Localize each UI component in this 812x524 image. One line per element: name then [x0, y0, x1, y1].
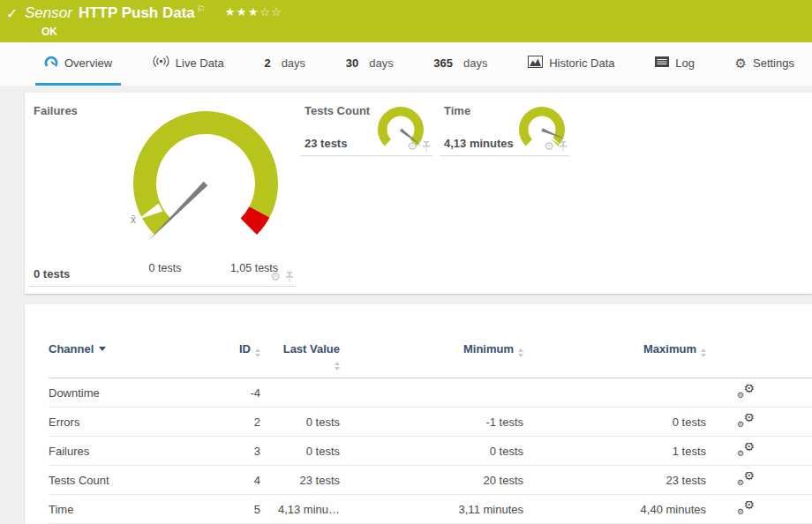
channel-settings-icon[interactable]: ⚙⚙ — [737, 443, 755, 457]
channel-id: 5 — [212, 503, 260, 516]
tab-settings[interactable]: ⚙ Settings — [726, 42, 803, 86]
flag-icon[interactable]: ⚐ — [197, 4, 206, 14]
tab-unit: days — [463, 56, 487, 70]
tab-overview[interactable]: Overview — [35, 42, 121, 86]
tab-label: Live Data — [176, 56, 224, 70]
channel-table: Channel ID Last Value Minimum Maximum Do… — [25, 304, 812, 524]
column-header-minimum[interactable]: Minimum — [340, 342, 523, 357]
gauge-card-time: Time 4,13 minutes ⚙ — [440, 100, 569, 156]
ok-check-icon: ✓ — [6, 5, 18, 22]
table-row: Failures 3 0 tests 0 tests 1 tests ⚙⚙ — [49, 437, 812, 466]
channel-maximum: 0 tests — [523, 415, 706, 429]
gauge-current-value: 4,13 minutes — [444, 137, 514, 150]
sensor-kind-label: Sensor — [25, 4, 72, 21]
channel-name: Failures — [49, 445, 212, 458]
column-label: Minimum — [463, 342, 514, 356]
gauge-current-value: 23 tests — [304, 137, 347, 150]
priority-stars[interactable]: ★★★☆☆ — [225, 5, 283, 19]
area-chart-icon — [528, 56, 543, 71]
channel-last-value: 0 tests — [260, 445, 340, 458]
stars-empty: ☆☆ — [259, 5, 282, 19]
stars-filled: ★★★ — [225, 5, 259, 19]
pin-icon[interactable] — [559, 141, 568, 152]
sort-icon — [701, 348, 706, 357]
failures-gauge: x̄ 0 tests 1,05 tests — [122, 104, 289, 279]
pin-icon[interactable] — [285, 272, 294, 282]
status-badge: OK — [41, 26, 57, 38]
channel-table-panel: Channel ID Last Value Minimum Maximum Do… — [25, 304, 812, 524]
tab-historic-data[interactable]: Historic Data — [519, 42, 623, 86]
tab-365-days[interactable]: 365days — [425, 42, 496, 86]
tab-label: Settings — [753, 56, 794, 70]
chevron-down-icon — [99, 347, 106, 351]
column-header-maximum[interactable]: Maximum — [523, 342, 706, 357]
gauge-card-failures: Failures x̄ 0 tests 1,05 tests 0 tests ⚙ — [29, 100, 296, 287]
channel-maximum: 1 tests — [523, 445, 706, 458]
channel-id: 4 — [212, 474, 260, 487]
tab-label: Log — [675, 56, 695, 70]
tab-30-days[interactable]: 30days — [337, 42, 402, 86]
channel-last-value: 23 tests — [260, 474, 340, 487]
tab-2-days[interactable]: 2days — [255, 42, 314, 86]
column-header-channel[interactable]: Channel — [49, 342, 212, 356]
tab-bar: Overview Live Data 2days 30days 365days — [0, 42, 812, 86]
gauge-title: Tests Count — [304, 104, 370, 117]
channel-id: 2 — [212, 415, 260, 429]
scale-min-label: 0 tests — [149, 262, 182, 274]
gauge-current-value: 0 tests — [34, 267, 70, 281]
channel-minimum: 0 tests — [340, 445, 523, 458]
gauge-title: Failures — [34, 104, 78, 117]
channel-name: Time — [49, 503, 212, 516]
broadcast-icon — [153, 56, 169, 70]
table-row: Downtime -4 ⚙⚙ — [49, 378, 812, 408]
channel-last-value: 4,13 minu… — [260, 503, 340, 516]
gauge-icon — [44, 55, 58, 71]
tab-log[interactable]: Log — [646, 42, 703, 86]
gear-icon: ⚙ — [735, 56, 747, 70]
column-label: Last Value — [283, 342, 340, 356]
channel-settings-icon[interactable]: ⚙⚙ — [737, 414, 755, 428]
log-list-icon — [655, 56, 669, 70]
channel-id: -4 — [212, 386, 260, 400]
channel-settings-icon[interactable]: ⚙⚙ — [737, 501, 755, 515]
table-row: Errors 2 0 tests -1 tests 0 tests ⚙⚙ — [49, 408, 812, 437]
column-label: Channel — [49, 342, 94, 356]
tab-label: Historic Data — [549, 56, 614, 70]
channel-name: Downtime — [49, 386, 212, 400]
pin-icon[interactable] — [422, 141, 431, 152]
channel-minimum: -1 tests — [340, 415, 523, 429]
tab-number: 365 — [433, 56, 453, 70]
tab-number: 2 — [264, 56, 270, 70]
tab-number: 30 — [346, 56, 358, 70]
gauge-title: Time — [444, 104, 470, 117]
channel-maximum: 23 tests — [523, 474, 706, 487]
tab-unit: days — [369, 56, 393, 70]
channel-id: 3 — [212, 445, 260, 458]
column-label: ID — [239, 342, 251, 356]
channel-settings-icon[interactable]: ⚙⚙ — [737, 385, 755, 399]
channel-maximum: 4,40 minutes — [523, 503, 706, 516]
table-row: Time 5 4,13 minu… 3,11 minutes 4,40 minu… — [49, 495, 812, 524]
channel-minimum: 20 tests — [340, 474, 523, 487]
channel-name: Tests Count — [49, 474, 212, 487]
sensor-header: ✓ SensorHTTP Push Data⚐★★★☆☆ OK — [0, 0, 812, 42]
tab-label: Overview — [64, 56, 112, 70]
channel-minimum: 3,11 minutes — [340, 503, 523, 516]
gear-icon[interactable]: ⚙ — [270, 271, 281, 282]
gear-icon[interactable]: ⚙ — [544, 140, 554, 152]
column-header-last-value[interactable]: Last Value — [260, 342, 340, 371]
channel-last-value: 0 tests — [260, 415, 340, 429]
channel-name: Errors — [49, 415, 212, 429]
average-marker-label: x̄ — [131, 213, 136, 226]
gauge-card-tests-count: Tests Count 23 tests ⚙ — [300, 100, 432, 156]
column-header-id[interactable]: ID — [212, 342, 260, 357]
gear-icon[interactable]: ⚙ — [407, 140, 417, 152]
tab-unit: days — [282, 56, 305, 70]
gauges-panel: Failures x̄ 0 tests 1,05 tests 0 tests ⚙ — [25, 93, 812, 294]
table-row: Tests Count 4 23 tests 20 tests 23 tests… — [49, 466, 812, 495]
sensor-title: HTTP Push Data — [79, 4, 195, 21]
column-label: Maximum — [643, 342, 696, 356]
sort-icon — [335, 362, 340, 371]
channel-settings-icon[interactable]: ⚙⚙ — [737, 472, 755, 486]
tab-live-data[interactable]: Live Data — [144, 42, 233, 86]
